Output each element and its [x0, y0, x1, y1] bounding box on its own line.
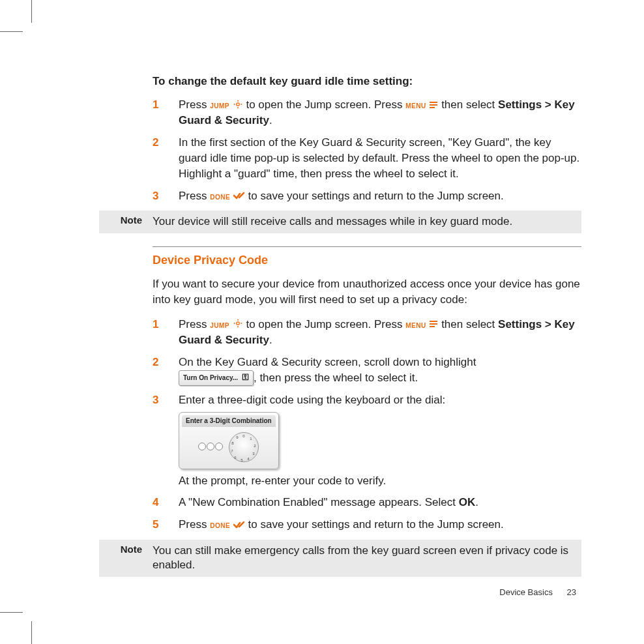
- step-number: 1: [153, 317, 158, 332]
- step-item: 2 In the first section of the Key Guard …: [153, 135, 581, 181]
- menu-icon: [429, 98, 438, 113]
- section2-title: Device Privacy Code: [153, 254, 581, 267]
- step-number: 5: [153, 517, 158, 533]
- step-item: 4 A "New Combination Enabled" message ap…: [153, 495, 581, 510]
- done-icon: [233, 518, 245, 533]
- svg-point-9: [237, 319, 239, 321]
- section-divider: [153, 246, 581, 247]
- step-text: Press: [179, 518, 210, 531]
- step-text: A "New Combination Enabled" message appe…: [179, 496, 459, 508]
- svg-point-0: [237, 102, 239, 105]
- svg-point-1: [237, 100, 239, 101]
- note-body: Your device will still receive calls and…: [153, 214, 581, 229]
- svg-rect-14: [430, 323, 437, 325]
- step-text: then select: [441, 98, 498, 111]
- key-icon: ⚿: [240, 372, 249, 382]
- step-number: 2: [153, 135, 158, 151]
- step-text: In the first section of the Key Guard & …: [179, 136, 579, 180]
- step-number: 4: [153, 495, 158, 510]
- svg-point-11: [234, 323, 235, 324]
- menu-key-label: MENU: [405, 322, 426, 329]
- svg-point-8: [237, 322, 239, 325]
- turn-on-privacy-button: Turn On Privacy... ⚿: [179, 370, 254, 385]
- step-text: .: [269, 334, 272, 346]
- step-text: to save your settings and return to the …: [248, 518, 504, 531]
- svg-rect-5: [430, 102, 437, 103]
- done-key-label: DONE: [210, 522, 230, 529]
- step-text: , then press the wheel to select it.: [254, 372, 418, 384]
- note-label: Note: [99, 214, 153, 226]
- jump-key-label: JUMP: [210, 322, 229, 329]
- section2-intro: If you want to secure your device from u…: [153, 276, 581, 308]
- step-text: Press: [179, 190, 210, 202]
- step-item: 1 Press JUMP to open the Jump screen. Pr…: [153, 317, 581, 348]
- step-text: Press: [179, 318, 210, 330]
- svg-point-10: [237, 326, 239, 327]
- step-text: to save your settings and return to the …: [248, 190, 504, 202]
- section1-heading: To change the default key guard idle tim…: [153, 75, 581, 88]
- step-item: 3 Enter a three-digit code using the key…: [153, 392, 581, 489]
- step-text: then select: [441, 318, 498, 330]
- step-text: .: [475, 496, 478, 508]
- step-text: to open the Jump screen. Press: [246, 318, 405, 330]
- step-text: At the prompt, re-enter your code to ver…: [179, 475, 386, 487]
- dial-title: Enter a 3-Digit Combination: [182, 415, 276, 427]
- page-number: 23: [567, 587, 576, 597]
- note-body: You can still make emergency calls from …: [153, 544, 581, 574]
- done-key-label: DONE: [210, 194, 230, 201]
- step-item: 3 Press DONE to save your settings and r…: [153, 188, 581, 204]
- svg-rect-13: [430, 321, 437, 322]
- step-number: 1: [153, 97, 158, 113]
- svg-rect-15: [430, 326, 435, 327]
- step-bold: OK: [459, 496, 476, 508]
- note-label: Note: [99, 544, 153, 555]
- step-number: 2: [153, 355, 158, 370]
- svg-point-12: [241, 323, 242, 324]
- svg-rect-7: [430, 107, 435, 108]
- step-text: to open the Jump screen. Press: [246, 98, 405, 111]
- section1-steps: 1 Press JUMP to open the Jump screen. Pr…: [153, 97, 581, 204]
- page-footer: Device Basics 23: [499, 587, 576, 597]
- section2-steps: 1 Press JUMP to open the Jump screen. Pr…: [153, 317, 581, 533]
- jump-key-label: JUMP: [210, 102, 229, 110]
- svg-point-4: [241, 104, 242, 105]
- step-number: 3: [153, 188, 158, 204]
- note-callout: Note Your device will still receive call…: [99, 211, 581, 233]
- menu-key-label: MENU: [405, 102, 426, 110]
- step-item: 5 Press DONE to save your settings and r…: [153, 517, 581, 533]
- step-number: 3: [153, 392, 158, 408]
- svg-point-2: [237, 107, 239, 108]
- note-callout: Note You can still make emergency calls …: [99, 540, 581, 578]
- dial-icon: 01 23 45 67 89: [229, 432, 259, 462]
- step-text: Press: [179, 98, 210, 111]
- svg-rect-6: [430, 104, 437, 106]
- step-text: On the Key Guard & Security screen, scro…: [179, 356, 476, 368]
- code-dots: [198, 439, 224, 455]
- menu-icon: [429, 317, 438, 332]
- done-icon: [233, 188, 245, 204]
- step-item: 2 On the Key Guard & Security screen, sc…: [153, 355, 581, 386]
- step-text: Enter a three-digit code using the keybo…: [179, 394, 445, 406]
- footer-section: Device Basics: [499, 587, 553, 597]
- ui-btn-label: Turn On Privacy...: [183, 374, 238, 381]
- svg-point-3: [234, 104, 235, 105]
- jump-icon: [233, 98, 243, 113]
- step-item: 1 Press JUMP to open the Jump screen. Pr…: [153, 97, 581, 128]
- combination-dial-box: Enter a 3-Digit Combination 01 23 45 67 …: [179, 412, 279, 469]
- step-text: .: [269, 114, 272, 126]
- jump-icon: [233, 317, 243, 332]
